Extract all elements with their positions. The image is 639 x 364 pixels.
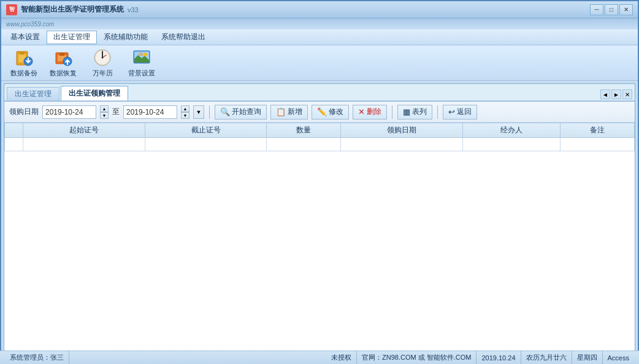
date-field-label: 领购日期 (9, 107, 39, 117)
status-date: 2019.10.24 (476, 351, 521, 364)
date-to-spin-down[interactable]: ▼ (181, 112, 189, 119)
svg-rect-6 (59, 53, 64, 56)
menu-birth-cert[interactable]: 出生证管理 (47, 31, 97, 44)
columns-label: 表列 (412, 107, 427, 117)
inner-panel: 出生证管理 出生证领购管理 ◄ ► ✕ 领购日期 ▲ ▼ 至 (4, 83, 635, 360)
col-row-num (5, 123, 23, 138)
date-from-input[interactable] (42, 105, 96, 119)
add-icon: 📋 (276, 107, 286, 116)
app-title: 智能新型出生医学证明管理系统 (21, 4, 124, 15)
calendar-button[interactable]: 万年历 (85, 48, 120, 78)
window-controls: ─ □ ✕ (590, 4, 633, 15)
date-to-spinner: ▲ ▼ (181, 105, 189, 119)
tab-nav-left[interactable]: ◄ (600, 89, 610, 99)
tab-right-controls: ◄ ► ✕ (600, 89, 632, 99)
col-quantity: 数量 (267, 123, 341, 138)
minimize-button[interactable]: ─ (590, 4, 603, 15)
content-wrapper: 出生证管理 出生证领购管理 ◄ ► ✕ 领购日期 ▲ ▼ 至 (1, 81, 638, 363)
tab-birth-cert-mgmt[interactable]: 出生证管理 (7, 87, 59, 100)
menu-help-exit[interactable]: 系统帮助退出 (155, 31, 212, 44)
col-purchase-date: 领购日期 (341, 123, 463, 138)
col-start-cert: 起始证号 (23, 123, 145, 138)
toolbar: 数据备份 数据恢复 (1, 45, 638, 81)
col-remarks: 备注 (561, 123, 635, 138)
date-to-spin-up[interactable]: ▲ (181, 105, 189, 112)
svg-rect-16 (139, 53, 143, 56)
delete-icon: ✕ (358, 107, 365, 116)
weekday-text: 星期四 (577, 353, 597, 362)
data-backup-icon (14, 48, 34, 67)
empty-area (4, 151, 635, 360)
data-restore-icon (53, 48, 73, 67)
calendar-icon (93, 48, 112, 67)
edit-button[interactable]: ✏️ 修改 (312, 105, 349, 119)
status-auth: 未授权 (326, 351, 357, 364)
data-backup-label: 数据备份 (10, 69, 37, 78)
action-bar: 领购日期 ▲ ▼ 至 ▲ ▼ ▼ 🔍 开始查询 (4, 102, 635, 123)
status-website: 官网：ZN98.COM 或 智能软件.COM (357, 351, 476, 364)
add-button[interactable]: 📋 新增 (270, 105, 308, 119)
app-version: v33 (128, 6, 139, 13)
watermark-bar: www.pco359.com (1, 18, 638, 29)
separator-3 (437, 105, 438, 119)
tab-nav-right[interactable]: ► (611, 89, 621, 99)
svg-point-15 (143, 53, 147, 56)
date-to-input[interactable] (123, 105, 177, 119)
lunar-text: 农历九月廿六 (526, 353, 567, 362)
separator-1 (209, 105, 210, 119)
date-from-spin-down[interactable]: ▼ (100, 112, 109, 119)
col-end-cert: 截止证号 (145, 123, 267, 138)
calendar-label: 万年历 (93, 69, 113, 78)
tab-birth-cert-receive[interactable]: 出生证领购管理 (61, 86, 128, 100)
title-bar-left: 智 智能新型出生医学证明管理系统 v33 (6, 4, 139, 15)
edit-icon: ✏️ (317, 107, 327, 116)
add-label: 新增 (288, 107, 302, 117)
admin-label: 系统管理员： (10, 353, 50, 362)
back-label: 返回 (457, 107, 472, 117)
data-restore-label: 数据恢复 (50, 69, 77, 78)
auth-status: 未授权 (331, 353, 351, 362)
date-dropdown[interactable]: ▼ (193, 105, 204, 119)
menu-base-settings[interactable]: 基本设置 (4, 31, 47, 44)
delete-button[interactable]: ✕ 删除 (353, 105, 387, 119)
access-text: Access (608, 354, 629, 362)
bg-settings-label: 背景设置 (128, 69, 155, 78)
bg-settings-button[interactable]: 背景设置 (124, 48, 159, 78)
menu-system-tools[interactable]: 系统辅助功能 (97, 31, 155, 44)
maximize-button[interactable]: □ (605, 4, 618, 15)
data-backup-button[interactable]: 数据备份 (6, 48, 42, 78)
watermark-text: www.pco359.com (6, 21, 54, 28)
status-weekday: 星期四 (572, 351, 603, 364)
website-label: 官网：ZN98.COM 或 智能软件.COM (362, 353, 471, 362)
date-separator: 至 (112, 107, 120, 117)
date-from-spin-up[interactable]: ▲ (100, 105, 109, 112)
back-icon: ↩ (448, 107, 455, 116)
status-bar: 系统管理员： 张三 未授权 官网：ZN98.COM 或 智能软件.COM 201… (0, 351, 639, 364)
search-button[interactable]: 🔍 开始查询 (215, 105, 267, 119)
status-lunar: 农历九月廿六 (521, 351, 572, 364)
tab-close[interactable]: ✕ (622, 89, 632, 99)
status-access: Access (603, 351, 634, 364)
table-row[interactable] (5, 138, 635, 151)
data-restore-button[interactable]: 数据恢复 (45, 48, 81, 78)
close-button[interactable]: ✕ (619, 4, 633, 15)
col-operator: 经办人 (462, 123, 561, 138)
search-icon: 🔍 (220, 107, 230, 116)
delete-label: 删除 (367, 107, 381, 117)
admin-name: 张三 (50, 353, 64, 362)
data-table: 起始证号 截止证号 数量 领购日期 经办人 备注 (4, 123, 635, 151)
columns-icon: ▦ (403, 107, 410, 116)
svg-point-12 (102, 57, 104, 59)
separator-2 (392, 105, 392, 119)
columns-button[interactable]: ▦ 表列 (397, 105, 432, 119)
tab-row: 出生证管理 出生证领购管理 ◄ ► ✕ (4, 84, 635, 102)
app-window: 智 智能新型出生医学证明管理系统 v33 ─ □ ✕ www.pco359.co… (0, 0, 639, 364)
menu-bar: 基本设置 出生证管理 系统辅助功能 系统帮助退出 (1, 29, 638, 45)
edit-label: 修改 (329, 107, 343, 117)
back-button[interactable]: ↩ 返回 (443, 105, 477, 119)
app-logo: 智 (6, 4, 17, 15)
status-admin: 系统管理员： 张三 (5, 351, 69, 364)
svg-rect-2 (20, 51, 25, 55)
title-bar: 智 智能新型出生医学证明管理系统 v33 ─ □ ✕ (1, 1, 638, 18)
date-text: 2019.10.24 (481, 354, 515, 362)
